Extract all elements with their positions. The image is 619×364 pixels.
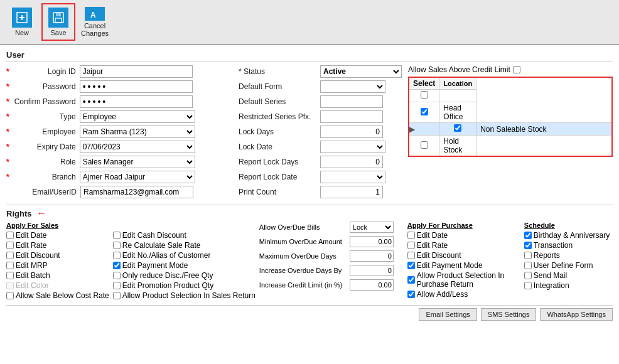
report-lock-days-row: Report Lock Days — [239, 156, 402, 168]
sales-label-5: Edit Color — [16, 281, 49, 290]
restricted-pfx-row: Restricted Series Pfx. — [239, 110, 402, 123]
type-select[interactable]: Employee — [80, 110, 195, 123]
schedule-checkbox-3[interactable] — [524, 262, 532, 269]
branch-required: * — [6, 173, 9, 181]
sales2-checkbox-6[interactable] — [113, 292, 121, 299]
purchase-checkbox-1[interactable] — [407, 242, 415, 249]
default-form-select[interactable] — [320, 80, 385, 93]
increase-credit-label: Increase Credit Limit (in %) — [259, 281, 347, 289]
new-button[interactable]: New — [5, 3, 39, 41]
sales-checkbox-4[interactable] — [6, 272, 14, 279]
employee-required: * — [6, 127, 9, 136]
restricted-pfx-input[interactable] — [320, 110, 383, 123]
increase-credit-row: Increase Credit Limit (in %) — [259, 279, 404, 291]
lock-date-select[interactable] — [320, 141, 385, 153]
new-icon — [12, 8, 32, 28]
default-form-row: Default Form — [239, 80, 402, 93]
purchase-checkbox-2[interactable] — [407, 252, 415, 259]
location-name-3: Hold Stock — [439, 136, 476, 157]
schedule-label-1: Transaction — [534, 241, 573, 250]
location-row-empty — [439, 90, 476, 102]
report-lock-date-select[interactable] — [320, 171, 385, 183]
purchase-checkbox-5[interactable] — [407, 291, 415, 298]
sales2-check-row-4: Only reduce Disc./Free Qty — [113, 271, 256, 280]
sales-label-3: Edit MRP — [16, 261, 48, 270]
sales-label-1: Edit Rate — [16, 241, 46, 250]
cancel-button[interactable]: A Cancel Changes — [78, 3, 112, 41]
toolbar: New Save A Cancel Changes — [0, 0, 619, 45]
max-overdue-input[interactable] — [350, 250, 394, 262]
login-id-input[interactable] — [80, 65, 193, 78]
default-series-input[interactable] — [320, 95, 383, 108]
sales2-label-4: Only reduce Disc./Free Qty — [122, 271, 213, 280]
schedule-check-row-1: Transaction — [524, 241, 619, 250]
increase-days-label: Increase Overdue Days By — [259, 267, 347, 274]
overdue-bills-row: Allow OverDue Bills Lock Allow — [259, 222, 404, 233]
sales-check-row-6: Allow Sale Below Cost Rate — [6, 291, 109, 300]
purchase-checkbox-0[interactable] — [407, 232, 415, 239]
expiry-row: * Expiry Date 07/06/2023 — [6, 141, 232, 153]
password-required: * — [6, 82, 9, 91]
increase-days-input[interactable] — [350, 265, 394, 276]
sales-checkbox-6[interactable] — [6, 292, 14, 299]
location-checkbox-2[interactable] — [454, 124, 461, 132]
employee-select[interactable]: Ram Sharma (123) — [80, 126, 195, 138]
sales2-checkbox-0[interactable] — [113, 232, 121, 239]
sales-checkbox-2[interactable] — [6, 252, 14, 259]
status-select[interactable]: Active Inactive — [320, 65, 402, 78]
schedule-check-row-4: Send Mail — [524, 271, 619, 280]
schedule-check-row-5: Integration — [524, 281, 619, 290]
rights-title: Rights — [6, 209, 31, 218]
password-input[interactable] — [80, 80, 193, 93]
purchase-checkbox-4[interactable] — [407, 276, 415, 284]
sales-checkbox-0[interactable] — [6, 232, 14, 239]
sales-checkbox-3[interactable] — [6, 262, 14, 269]
location-table: Select Location Head Office▶Non Saleable… — [408, 77, 613, 157]
sales2-checkbox-4[interactable] — [113, 272, 121, 279]
credit-limit-checkbox[interactable] — [513, 66, 520, 73]
whatsapp-settings-button[interactable]: WhatsApp Settings — [540, 308, 613, 321]
sales-checkbox-1[interactable] — [6, 242, 14, 249]
sales-checkbox-5[interactable] — [6, 282, 14, 289]
schedule-check-row-2: Reports — [524, 251, 619, 260]
schedule-checkbox-2[interactable] — [524, 252, 532, 259]
sales2-checkbox-1[interactable] — [113, 242, 121, 249]
location-checkbox-1[interactable] — [421, 108, 428, 115]
sales2-checkbox-5[interactable] — [113, 282, 121, 289]
schedule-checkbox-5[interactable] — [524, 282, 532, 289]
credit-limit-row: Allow Sales Above Credit Limit — [408, 65, 613, 74]
print-count-input[interactable] — [320, 186, 383, 198]
min-overdue-input[interactable] — [350, 236, 394, 247]
cancel-label: Cancel Changes — [81, 22, 109, 37]
schedule-checkbox-0[interactable] — [524, 232, 532, 239]
confirm-password-input[interactable] — [80, 95, 193, 108]
login-required: * — [6, 67, 9, 76]
report-lock-days-input[interactable] — [320, 156, 383, 168]
purchase-checkbox-3[interactable] — [407, 262, 415, 269]
purchase-check-row-3: Edit Payment Mode — [407, 261, 520, 270]
role-select[interactable]: Sales Manager — [80, 156, 195, 168]
location-header-checkbox[interactable] — [421, 91, 428, 99]
schedule-checkbox-1[interactable] — [524, 242, 532, 249]
branch-select[interactable]: Ajmer Road Jaipur — [80, 171, 195, 183]
password-label: Password — [11, 82, 80, 91]
sales-label-2: Edit Discount — [16, 251, 60, 260]
schedule-checkbox-4[interactable] — [524, 272, 532, 279]
rights-section: Rights ← Apply For Sales Edit DateEdit R… — [6, 205, 613, 301]
email-input[interactable] — [80, 186, 193, 198]
increase-credit-input[interactable] — [350, 279, 394, 291]
lock-days-input[interactable] — [320, 126, 383, 138]
col-location: Location — [439, 77, 476, 90]
save-button[interactable]: Save — [41, 3, 75, 41]
expiry-select[interactable]: 07/06/2023 — [80, 141, 195, 153]
sales2-checkbox-2[interactable] — [113, 252, 121, 259]
location-checkbox-3[interactable] — [421, 141, 428, 149]
sales2-label-0: Edit Cash Discount — [122, 231, 186, 240]
purchase-label-1: Edit Rate — [417, 241, 448, 250]
email-settings-button[interactable]: Email Settings — [419, 308, 476, 321]
sales2-checkbox-3[interactable] — [113, 262, 121, 269]
overdue-bills-select[interactable]: Lock Allow — [350, 222, 394, 233]
schedule-label-5: Integration — [534, 281, 569, 290]
sms-settings-button[interactable]: SMS Settings — [481, 308, 537, 321]
expiry-label: Expiry Date — [11, 142, 80, 151]
